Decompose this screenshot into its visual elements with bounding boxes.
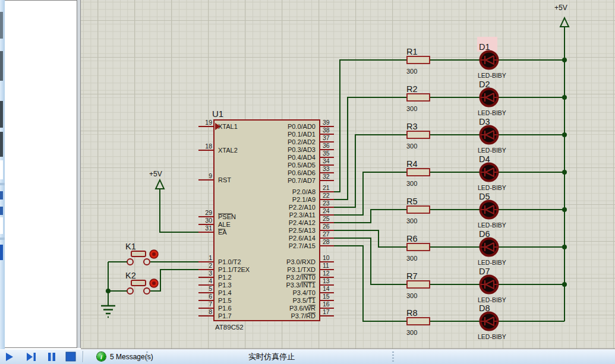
pin-label: RST	[218, 176, 231, 183]
pin-label: P1.3	[218, 281, 232, 289]
resistor-R8[interactable]	[407, 318, 430, 325]
pin-label: P0.3/AD3	[288, 146, 316, 153]
resistor-R5[interactable]	[407, 206, 430, 213]
wire-k2-p11[interactable]	[150, 270, 198, 291]
resistor-R4[interactable]	[407, 169, 430, 176]
pin-label: P3.0/RXD	[286, 258, 316, 265]
pin-label: P2.3/A11	[289, 211, 316, 219]
pin-number: 37	[323, 134, 330, 141]
pin-number: 21	[323, 184, 330, 191]
wire-p2-R2[interactable]	[334, 97, 407, 200]
info-icon: i	[97, 352, 106, 361]
resistor-value-label: 300	[406, 105, 417, 112]
power-label: +5V	[554, 4, 567, 12]
resistor-R1[interactable]	[407, 56, 430, 64]
pin-number: 25	[323, 215, 330, 222]
proteus-window: +5V+5VR1300D1LED-BIBYR2300D2LED-BIBYR330…	[0, 0, 615, 364]
pin-label: P0.6/AD6	[288, 169, 316, 176]
pin-number: 35	[323, 150, 330, 157]
switch-K2[interactable]	[127, 279, 158, 294]
pin-number: 30	[205, 217, 212, 224]
led-ref-label: D4	[479, 154, 490, 164]
toolbar-separator	[0, 183, 5, 185]
junction-dot	[562, 95, 567, 100]
pin-number: 24	[323, 207, 330, 214]
pin-number: 29	[205, 209, 212, 216]
message-log-button[interactable]: i 5 Message(s)	[97, 349, 153, 364]
pin-number: 15	[323, 293, 330, 300]
pin-number: 27	[323, 230, 330, 238]
resistor-ref-label: R4	[406, 159, 418, 169]
pin-number: 1	[209, 254, 212, 261]
stop-button[interactable]	[64, 352, 77, 362]
pin-number: 31	[205, 224, 212, 232]
junction-dot	[562, 132, 567, 137]
pin-number: 14	[323, 285, 330, 292]
pin-number: 18	[205, 143, 212, 150]
switch-actuator	[131, 280, 146, 286]
resistor-value-label: 300	[406, 255, 417, 262]
pin-number: 4	[209, 277, 212, 284]
wire-gnd[interactable]	[108, 262, 127, 306]
switch-K1[interactable]	[127, 250, 158, 265]
schematic-editor-canvas[interactable]: +5V+5VR1300D1LED-BIBYR2300D2LED-BIBYR330…	[81, 0, 615, 349]
pin-label: P0.5/AD5	[288, 162, 316, 169]
junction-dot	[562, 245, 567, 249]
pin-label: ALE	[218, 221, 231, 228]
ground-symbol[interactable]	[101, 306, 115, 317]
toolbar-fragment	[0, 207, 3, 215]
resistor-ref-label: R7	[406, 271, 418, 281]
resistor-R7[interactable]	[407, 281, 430, 288]
wire-p2-R7[interactable]	[334, 238, 407, 284]
toolbar-separator	[0, 238, 5, 240]
pin-number: 8	[209, 308, 212, 315]
pin-number: 32	[323, 173, 330, 180]
pin-label: P0.1/AD1	[288, 131, 316, 138]
led-part-label: LED-BIBY	[478, 221, 506, 229]
toolbar-fragment	[0, 51, 3, 81]
resistor-value-label: 300	[406, 143, 417, 150]
pin-label: P1.4	[218, 289, 232, 296]
pin-label: P0.7/AD7	[288, 177, 316, 184]
pin-number: 12	[323, 270, 330, 277]
object-selector-panel[interactable]	[5, 0, 77, 348]
pin-number: 3	[209, 270, 212, 277]
statusbar-grip	[392, 352, 394, 362]
led-part-label: LED-BIBY	[478, 147, 506, 154]
resistor-R3[interactable]	[407, 131, 430, 138]
resistor-ref-label: R6	[406, 234, 418, 243]
resistor-R6[interactable]	[407, 243, 430, 251]
pin-number: 10	[323, 254, 330, 261]
pause-button[interactable]	[45, 352, 58, 362]
switch-toggle-center	[152, 281, 156, 285]
wire-p2-R5[interactable]	[334, 210, 407, 223]
pin-label: P1.5	[218, 297, 232, 304]
led-part-label: LED-BIBY	[478, 184, 506, 191]
power-label: +5V	[149, 170, 162, 178]
wire-vcc-ea[interactable]	[160, 189, 198, 232]
pin-label: P3.7/RD	[291, 312, 316, 319]
resistor-ref-label: R2	[406, 84, 418, 94]
toolbar-fragment	[0, 160, 3, 179]
power-arrow-icon	[560, 18, 569, 27]
step-button[interactable]	[25, 352, 38, 362]
pin-number: 11	[323, 262, 329, 269]
pin-number: 28	[323, 238, 330, 245]
pin-label: P2.4/A12	[289, 219, 316, 226]
resistor-value-label: 300	[406, 292, 417, 299]
pin-label: P1.1/T2EX	[218, 266, 250, 273]
pin-number: 16	[323, 300, 330, 308]
junction-dot	[562, 58, 567, 62]
schematic[interactable]: +5V+5VR1300D1LED-BIBYR2300D2LED-BIBYR330…	[81, 0, 615, 349]
junction-dot	[562, 170, 567, 175]
play-button[interactable]	[3, 352, 16, 362]
resistor-value-label: 300	[406, 217, 417, 224]
led-part-label: LED-BIBY	[478, 333, 506, 340]
pin-number: 38	[323, 126, 330, 134]
switch-ref-label: K2	[125, 271, 136, 280]
wire-p2-R3[interactable]	[334, 135, 407, 207]
wire-p2-R4[interactable]	[334, 172, 407, 215]
resistor-R2[interactable]	[407, 94, 430, 101]
resistor-ref-label: R5	[406, 197, 418, 206]
pin-label: P1.7	[218, 312, 232, 319]
